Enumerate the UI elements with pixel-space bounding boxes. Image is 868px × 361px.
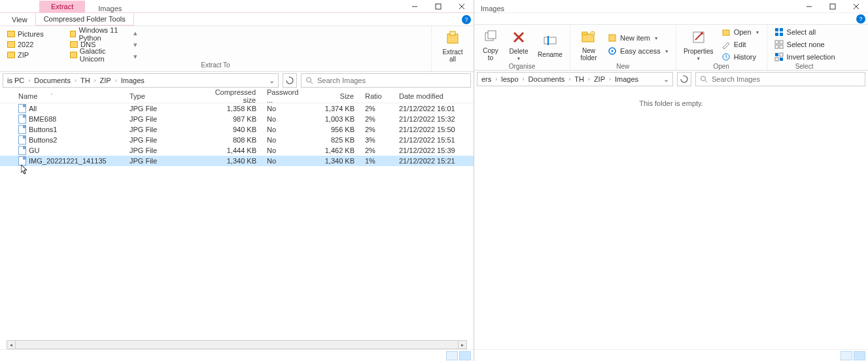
dest-scroll-down[interactable]: ▾ — [132, 39, 139, 50]
properties-button[interactable]: Properties ▼ — [682, 27, 716, 62]
new-folder-button[interactable]: ✦ New folder — [576, 26, 602, 63]
extract-destination[interactable]: Galactic Unicorn — [68, 50, 128, 60]
breadcrumb-left[interactable]: is PC›Documents›TH›ZIP›Images⌄ — [3, 73, 279, 88]
easy-access-button[interactable]: Easy access▼ — [606, 45, 670, 57]
scroll-track[interactable] — [16, 340, 458, 349]
breadcrumb-segment[interactable]: ZIP — [97, 77, 114, 84]
svg-rect-22 — [609, 35, 616, 41]
refresh-button[interactable] — [283, 73, 297, 88]
view-details-button-r[interactable] — [841, 351, 852, 360]
extract-all-button[interactable]: Extract all — [437, 27, 468, 64]
chevron-right-icon: › — [73, 77, 78, 84]
edit-button[interactable]: Edit — [720, 39, 761, 50]
help-icon[interactable]: ? — [462, 15, 471, 24]
breadcrumb-segment[interactable]: Images — [612, 75, 641, 83]
breadcrumb-segment[interactable]: is PC — [5, 77, 27, 84]
address-dropdown[interactable]: ⌄ — [266, 77, 277, 85]
new-item-button[interactable]: New item▼ — [606, 32, 670, 44]
file-row[interactable]: IMG_20221221_141135JPG File1,340 KBNo1,3… — [0, 156, 474, 166]
delete-button[interactable]: Delete ▼ — [506, 27, 532, 62]
svg-rect-30 — [780, 28, 783, 31]
horizontal-scrollbar[interactable]: ◂ ▸ — [7, 340, 467, 349]
breadcrumb-segment[interactable]: TH — [572, 75, 587, 83]
minimize-button-r[interactable] — [797, 0, 821, 13]
address-dropdown[interactable]: ⌄ — [661, 75, 671, 84]
scroll-left-arrow[interactable]: ◂ — [7, 340, 16, 349]
search-input-right[interactable] — [712, 75, 861, 83]
minimize-button[interactable] — [403, 0, 426, 13]
file-row[interactable]: GUJPG File1,444 KBNo1,462 KB2%21/12/2022… — [0, 145, 474, 156]
extract-destination[interactable]: Windows 11 Python — [68, 29, 128, 39]
titlebar-left: Extract Images — [0, 0, 474, 13]
window-archive: Extract Images View Compressed Folder To… — [0, 0, 474, 361]
chevron-right-icon: › — [567, 76, 572, 82]
breadcrumb-segment[interactable]: Documents — [31, 77, 73, 84]
statusbar-right — [474, 349, 868, 361]
folder-icon — [70, 52, 77, 58]
rename-button[interactable]: Rename — [536, 30, 564, 60]
breadcrumb-segment[interactable]: ZIP — [591, 75, 608, 83]
close-button-r[interactable] — [844, 0, 868, 13]
close-button[interactable] — [450, 0, 474, 13]
search-input-left[interactable] — [317, 77, 466, 84]
chevron-right-icon: › — [93, 77, 97, 84]
context-tab-extract[interactable]: Extract — [39, 1, 85, 12]
maximize-button-r[interactable] — [821, 0, 844, 13]
col-password[interactable]: Password ... — [262, 89, 296, 104]
select-none-button[interactable]: Select none — [773, 39, 837, 50]
tab-view[interactable]: View — [4, 14, 35, 26]
col-type[interactable]: Type — [124, 92, 196, 100]
file-row[interactable]: AllJPG File1,358 KBNo1,374 KB2%21/12/202… — [0, 103, 474, 114]
open-button[interactable]: Open▼ — [720, 26, 761, 38]
extract-destination[interactable]: Pictures — [5, 29, 65, 39]
edit-icon — [721, 39, 731, 50]
rename-icon — [540, 31, 561, 50]
breadcrumb-right[interactable]: ers›lespo›Documents›TH›ZIP›Images⌄ — [477, 72, 673, 86]
help-icon-r[interactable]: ? — [856, 14, 865, 24]
invert-selection-button[interactable]: Invert selection — [773, 51, 837, 63]
select-all-icon — [774, 27, 784, 37]
svg-point-6 — [307, 78, 311, 82]
file-list-left: Name ˄ Type Compressed size Password ...… — [0, 89, 474, 361]
search-box-left[interactable] — [301, 73, 471, 88]
maximize-button[interactable] — [426, 0, 450, 13]
breadcrumb-segment[interactable]: ers — [479, 75, 494, 83]
file-row[interactable]: Buttons2JPG File808 KBNo825 KB3%21/12/20… — [0, 135, 474, 145]
dest-scroll-up[interactable]: ▴ — [132, 27, 139, 38]
view-details-button[interactable] — [446, 351, 458, 360]
search-box-right[interactable] — [695, 72, 865, 86]
chevron-right-icon: › — [494, 76, 498, 82]
tab-compressed-tools[interactable]: Compressed Folder Tools — [35, 13, 134, 26]
search-icon — [305, 77, 313, 84]
dest-more[interactable]: ▾ — [132, 51, 139, 61]
new-item-icon — [607, 33, 617, 43]
extract-destination[interactable]: ZIP — [5, 50, 65, 60]
refresh-icon — [680, 75, 688, 83]
svg-line-7 — [311, 82, 313, 84]
breadcrumb-segment[interactable]: Documents — [526, 75, 568, 83]
col-ratio[interactable]: Ratio — [360, 92, 394, 100]
file-row[interactable]: BME688JPG File987 KBNo1,003 KB2%21/12/20… — [0, 114, 474, 124]
file-row[interactable]: Buttons1JPG File940 KBNo956 KB2%21/12/20… — [0, 124, 474, 135]
breadcrumb-segment[interactable]: TH — [78, 77, 93, 84]
chevron-right-icon: › — [587, 76, 591, 82]
col-date-modified[interactable]: Date modified — [394, 92, 466, 100]
image-file-icon — [18, 156, 26, 165]
breadcrumb-segment[interactable]: Images — [118, 77, 147, 84]
history-icon — [721, 52, 731, 62]
breadcrumb-segment[interactable]: lespo — [498, 75, 521, 83]
chevron-right-icon: › — [608, 76, 612, 82]
extract-destination[interactable]: 2022 — [5, 39, 65, 50]
svg-rect-33 — [775, 41, 778, 44]
refresh-button-r[interactable] — [677, 72, 691, 86]
col-compressed-size[interactable]: Compressed size — [196, 89, 262, 104]
history-button[interactable]: History — [720, 51, 761, 63]
column-headers: Name ˄ Type Compressed size Password ...… — [0, 89, 474, 103]
col-name[interactable]: Name ˄ — [13, 92, 124, 100]
view-large-icons-button-r[interactable] — [854, 351, 865, 360]
col-size[interactable]: Size — [296, 92, 360, 100]
select-all-button[interactable]: Select all — [773, 26, 837, 38]
view-large-icons-button[interactable] — [459, 351, 471, 360]
scroll-right-arrow[interactable]: ▸ — [458, 340, 467, 349]
copy-to-button[interactable]: Copy to — [479, 26, 502, 63]
